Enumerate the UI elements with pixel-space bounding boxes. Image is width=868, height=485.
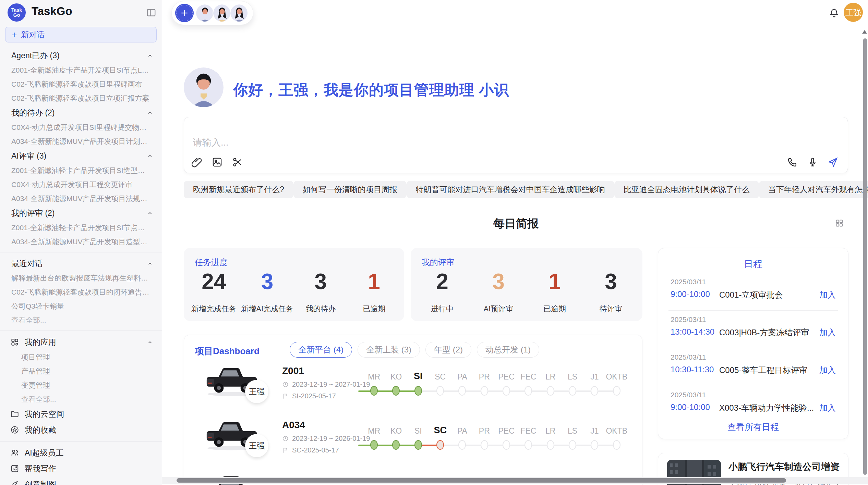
recent-conversation-item[interactable]: 解释最新出台的欧盟报废车法规再生塑料比例被调至15%... <box>0 271 162 285</box>
milestone: PEC <box>495 422 517 450</box>
recent-conversation-item[interactable]: 公司Q3轻卡销量 <box>0 299 162 313</box>
project-flag-milestone: SC-2025-05-17 <box>282 446 339 454</box>
project-flag-milestone: SI-2025-05-17 <box>282 392 336 400</box>
dashboard-tab[interactable]: 动总开发 (1) <box>477 342 539 358</box>
milestone-label: LS <box>568 368 577 383</box>
sidebar-recent-header[interactable]: 最近对话 <box>0 256 162 271</box>
stat-value: 2 <box>436 269 448 294</box>
app-item[interactable]: 产品管理 <box>0 364 162 378</box>
app-item[interactable]: 变更管理 <box>0 378 162 392</box>
daily-brief-header: 每日简报 <box>184 216 848 232</box>
schedule-title-text: C001-立项审批会 <box>719 289 783 300</box>
dashboard-tab[interactable]: 全新平台 (4) <box>290 342 352 358</box>
layout-grid-icon[interactable] <box>835 219 844 228</box>
suggestion-chip[interactable]: 特朗普可能对进口汽车增税会对中国车企造成哪些影响 <box>407 181 614 198</box>
sidebar-tool-item[interactable]: 创意制图 <box>0 476 162 485</box>
join-meeting-link[interactable]: 加入 <box>819 327 836 338</box>
stat-item: 1已逾期 <box>527 269 583 315</box>
project-dates-text: 2023-12-19 ~ 2026-01-19 <box>292 435 370 443</box>
schedule-item: 2025/03/1113:00-14:30C003|H0B-方案冻结评审加入 <box>668 311 838 348</box>
send-icon[interactable] <box>828 157 838 167</box>
dashboard-tab[interactable]: 年型 (2) <box>425 342 471 358</box>
project-flag-text: SI-2025-05-17 <box>292 392 336 400</box>
join-meeting-link[interactable]: 加入 <box>819 365 836 376</box>
sidebar-item[interactable]: A034-全新新能源MUV产品开发项目计划变更表编写 <box>0 134 162 148</box>
sidebar-item[interactable]: C0X4-动力总成开发项目SI里程碑提交物检查 <box>0 120 162 134</box>
milestone-node <box>613 386 620 396</box>
schedule-item: 2025/03/1110:30-11:30C005-整车工程目标评审加入 <box>668 348 838 386</box>
avatar-3-avatar[interactable] <box>230 4 248 22</box>
microphone-icon[interactable] <box>807 157 818 167</box>
sidebar-item[interactable]: C02-飞腾新能源轻客改款项目立项汇报方案 <box>0 91 162 105</box>
sidebar-item-label: 我的云空间 <box>25 409 64 420</box>
plus-icon: + <box>12 30 17 39</box>
schedule-title-text: X003-车辆动力学性能验... <box>719 402 814 413</box>
stat-label: 新增完成任务 <box>191 304 237 315</box>
view-all-schedule-link[interactable]: 查看所有日程 <box>658 421 848 433</box>
suggestion-chip[interactable]: 欧洲新规最近颁布了什么? <box>184 181 293 198</box>
sidebar-item[interactable]: C02-飞腾新能源轻客改款项目里程碑画布 <box>0 77 162 91</box>
divider <box>0 331 162 331</box>
scissors-icon[interactable] <box>232 157 243 167</box>
message-composer[interactable]: 请输入... <box>184 117 848 173</box>
star-icon <box>10 425 19 434</box>
recent-conversation-item[interactable]: C02-飞腾新能源轻客改款项目的闭环通告反馈情况 <box>0 285 162 299</box>
sidebar-item[interactable]: A034-全新新能源MUV产品开发项目法规符合性评审 <box>0 191 162 206</box>
view-all-link[interactable]: 查看全部... <box>0 313 162 327</box>
sidebar-item[interactable]: Z001-全新燃油轻卡产品开发项目SI节点属性5D文件评审 <box>0 221 162 235</box>
vertical-scrollbar-thumb[interactable] <box>863 38 867 475</box>
chevron-up-icon <box>147 339 153 345</box>
sidebar-tool-item[interactable]: AI超级员工 <box>0 445 162 461</box>
milestone-node <box>414 440 422 450</box>
suggestion-chip[interactable]: 如何写一份清晰的项目周报 <box>293 181 407 198</box>
sidebar-item-folder[interactable]: 我的云空间 <box>0 406 162 422</box>
sidebar-section-header[interactable]: 我的评审 (2) <box>0 206 162 221</box>
card-title: 我的评审 <box>422 257 455 268</box>
sidebar-item[interactable]: A034-全新新能源MUV产品开发项目造型可行性评审 <box>0 235 162 249</box>
avatar-2-avatar[interactable] <box>213 4 231 22</box>
app-root: Task Go TaskGo + 新对话 Agent已办 (3)Z001-全新燃… <box>0 0 868 485</box>
sidebar-section-header[interactable]: Agent已办 (3) <box>0 48 162 63</box>
stat-label: 进行中 <box>431 304 454 315</box>
avatar-1-avatar[interactable] <box>195 4 214 22</box>
sidebar-collapse-icon[interactable] <box>146 8 156 18</box>
notification-bell-icon[interactable] <box>829 8 840 18</box>
join-meeting-link[interactable]: 加入 <box>819 289 836 300</box>
dashboard-tab[interactable]: 全新上装 (3) <box>358 342 420 358</box>
horizontal-scrollbar-thumb[interactable] <box>177 478 786 483</box>
chevron-up-icon <box>147 53 153 59</box>
user-avatar[interactable]: 王强 <box>844 3 863 22</box>
add-conversation-button[interactable] <box>175 4 194 22</box>
phone-icon[interactable] <box>787 157 798 167</box>
milestone-node <box>547 440 554 450</box>
milestone-node <box>436 440 444 450</box>
sidebar-item[interactable]: Z001-全新燃油轻卡产品开发项目SI造型提交物评审 <box>0 163 162 177</box>
milestone-node <box>458 440 466 450</box>
view-all-link[interactable]: 查看全部... <box>0 392 162 406</box>
sidebar-tool-item[interactable]: 帮我写作 <box>0 461 162 476</box>
schedule-title-text: C003|H0B-方案冻结评审 <box>719 327 809 338</box>
suggestion-chip[interactable]: 当下年轻人对汽车外观有怎样的喜好趋势 <box>759 181 868 198</box>
schedule-date: 2025/03/11 <box>671 315 706 324</box>
write-icon <box>10 464 19 473</box>
scroll-up-arrow[interactable] <box>862 30 867 34</box>
sidebar-item-star[interactable]: 我的收藏 <box>0 422 162 438</box>
suggestion-chip[interactable]: 比亚迪全固态电池计划具体说了什么 <box>614 181 759 198</box>
sidebar-section-header[interactable]: 我的待办 (2) <box>0 105 162 120</box>
main-area: 王强 你好，王强，我是你的项目管理助理 小识 请输入... <box>162 0 868 485</box>
sidebar-item-my-apps[interactable]: 我的应用 <box>0 334 162 350</box>
sidebar-section-header[interactable]: AI评审 (3) <box>0 148 162 163</box>
clock-icon <box>282 435 289 442</box>
sidebar-item-label: 创意制图 <box>25 479 56 485</box>
milestone-label: KO <box>390 422 402 437</box>
sidebar-item[interactable]: C0X4-动力总成开发项目工程变更评审 <box>0 177 162 191</box>
pen-icon <box>10 480 19 485</box>
new-chat-button[interactable]: + 新对话 <box>5 27 157 42</box>
card-title: 任务进度 <box>195 257 228 268</box>
sidebar-item[interactable]: Z001-全新燃油皮卡产品开发项目SI节点Lesson Learn报告 <box>0 63 162 77</box>
app-item[interactable]: 项目管理 <box>0 350 162 364</box>
join-meeting-link[interactable]: 加入 <box>819 402 836 413</box>
attachment-icon[interactable] <box>192 157 202 167</box>
project-code: A034 <box>282 420 305 431</box>
image-icon[interactable] <box>212 157 222 167</box>
